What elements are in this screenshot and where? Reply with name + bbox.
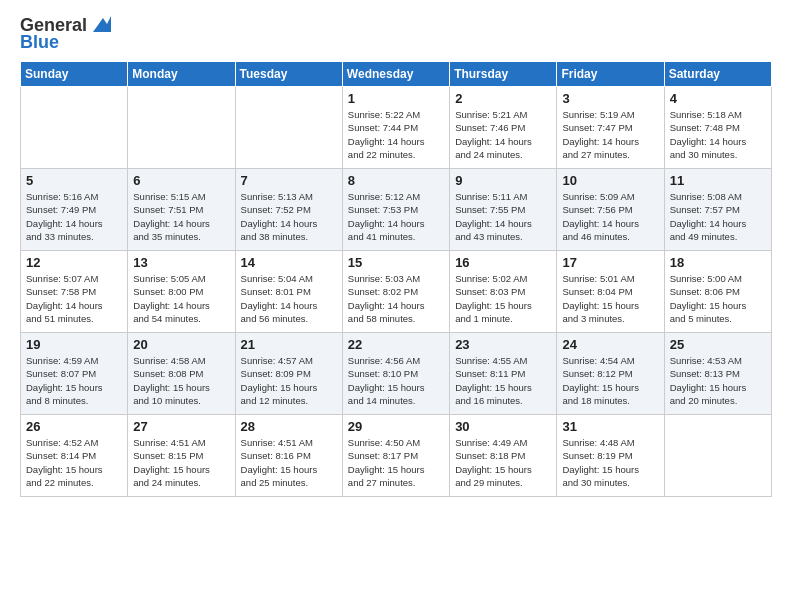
day-info: Sunrise: 5:03 AM Sunset: 8:02 PM Dayligh… xyxy=(348,272,444,325)
calendar-empty-cell xyxy=(21,87,128,169)
calendar-day-30: 30Sunrise: 4:49 AM Sunset: 8:18 PM Dayli… xyxy=(450,415,557,497)
day-number: 7 xyxy=(241,173,337,188)
day-info: Sunrise: 5:09 AM Sunset: 7:56 PM Dayligh… xyxy=(562,190,658,243)
day-info: Sunrise: 4:53 AM Sunset: 8:13 PM Dayligh… xyxy=(670,354,766,407)
calendar-day-5: 5Sunrise: 5:16 AM Sunset: 7:49 PM Daylig… xyxy=(21,169,128,251)
day-info: Sunrise: 5:00 AM Sunset: 8:06 PM Dayligh… xyxy=(670,272,766,325)
weekday-header-wednesday: Wednesday xyxy=(342,62,449,87)
day-info: Sunrise: 5:15 AM Sunset: 7:51 PM Dayligh… xyxy=(133,190,229,243)
weekday-header-sunday: Sunday xyxy=(21,62,128,87)
day-number: 13 xyxy=(133,255,229,270)
day-info: Sunrise: 5:19 AM Sunset: 7:47 PM Dayligh… xyxy=(562,108,658,161)
calendar-day-14: 14Sunrise: 5:04 AM Sunset: 8:01 PM Dayli… xyxy=(235,251,342,333)
day-number: 29 xyxy=(348,419,444,434)
calendar-day-10: 10Sunrise: 5:09 AM Sunset: 7:56 PM Dayli… xyxy=(557,169,664,251)
calendar-empty-cell xyxy=(235,87,342,169)
calendar-day-26: 26Sunrise: 4:52 AM Sunset: 8:14 PM Dayli… xyxy=(21,415,128,497)
day-info: Sunrise: 5:07 AM Sunset: 7:58 PM Dayligh… xyxy=(26,272,122,325)
weekday-header-row: SundayMondayTuesdayWednesdayThursdayFrid… xyxy=(21,62,772,87)
day-number: 22 xyxy=(348,337,444,352)
day-number: 12 xyxy=(26,255,122,270)
calendar-day-15: 15Sunrise: 5:03 AM Sunset: 8:02 PM Dayli… xyxy=(342,251,449,333)
svg-marker-0 xyxy=(93,16,111,32)
day-info: Sunrise: 5:16 AM Sunset: 7:49 PM Dayligh… xyxy=(26,190,122,243)
calendar-day-12: 12Sunrise: 5:07 AM Sunset: 7:58 PM Dayli… xyxy=(21,251,128,333)
day-number: 26 xyxy=(26,419,122,434)
calendar-week-row: 1Sunrise: 5:22 AM Sunset: 7:44 PM Daylig… xyxy=(21,87,772,169)
day-number: 20 xyxy=(133,337,229,352)
logo-blue-text: Blue xyxy=(20,32,59,53)
calendar-day-1: 1Sunrise: 5:22 AM Sunset: 7:44 PM Daylig… xyxy=(342,87,449,169)
day-info: Sunrise: 4:51 AM Sunset: 8:16 PM Dayligh… xyxy=(241,436,337,489)
weekday-header-tuesday: Tuesday xyxy=(235,62,342,87)
day-info: Sunrise: 5:21 AM Sunset: 7:46 PM Dayligh… xyxy=(455,108,551,161)
day-number: 28 xyxy=(241,419,337,434)
day-number: 6 xyxy=(133,173,229,188)
calendar-day-28: 28Sunrise: 4:51 AM Sunset: 8:16 PM Dayli… xyxy=(235,415,342,497)
calendar-day-20: 20Sunrise: 4:58 AM Sunset: 8:08 PM Dayli… xyxy=(128,333,235,415)
calendar-day-4: 4Sunrise: 5:18 AM Sunset: 7:48 PM Daylig… xyxy=(664,87,771,169)
calendar-day-25: 25Sunrise: 4:53 AM Sunset: 8:13 PM Dayli… xyxy=(664,333,771,415)
day-info: Sunrise: 4:50 AM Sunset: 8:17 PM Dayligh… xyxy=(348,436,444,489)
weekday-header-saturday: Saturday xyxy=(664,62,771,87)
day-number: 5 xyxy=(26,173,122,188)
logo: General Blue xyxy=(20,15,111,53)
day-info: Sunrise: 4:52 AM Sunset: 8:14 PM Dayligh… xyxy=(26,436,122,489)
day-info: Sunrise: 5:05 AM Sunset: 8:00 PM Dayligh… xyxy=(133,272,229,325)
day-info: Sunrise: 5:18 AM Sunset: 7:48 PM Dayligh… xyxy=(670,108,766,161)
day-number: 21 xyxy=(241,337,337,352)
day-info: Sunrise: 5:11 AM Sunset: 7:55 PM Dayligh… xyxy=(455,190,551,243)
calendar-week-row: 5Sunrise: 5:16 AM Sunset: 7:49 PM Daylig… xyxy=(21,169,772,251)
day-number: 8 xyxy=(348,173,444,188)
day-number: 16 xyxy=(455,255,551,270)
day-info: Sunrise: 5:02 AM Sunset: 8:03 PM Dayligh… xyxy=(455,272,551,325)
day-info: Sunrise: 5:22 AM Sunset: 7:44 PM Dayligh… xyxy=(348,108,444,161)
calendar-day-22: 22Sunrise: 4:56 AM Sunset: 8:10 PM Dayli… xyxy=(342,333,449,415)
day-number: 4 xyxy=(670,91,766,106)
calendar-day-8: 8Sunrise: 5:12 AM Sunset: 7:53 PM Daylig… xyxy=(342,169,449,251)
day-number: 3 xyxy=(562,91,658,106)
day-number: 31 xyxy=(562,419,658,434)
day-info: Sunrise: 4:59 AM Sunset: 8:07 PM Dayligh… xyxy=(26,354,122,407)
day-number: 15 xyxy=(348,255,444,270)
calendar-day-7: 7Sunrise: 5:13 AM Sunset: 7:52 PM Daylig… xyxy=(235,169,342,251)
calendar-day-27: 27Sunrise: 4:51 AM Sunset: 8:15 PM Dayli… xyxy=(128,415,235,497)
day-info: Sunrise: 4:54 AM Sunset: 8:12 PM Dayligh… xyxy=(562,354,658,407)
day-info: Sunrise: 4:57 AM Sunset: 8:09 PM Dayligh… xyxy=(241,354,337,407)
calendar-day-23: 23Sunrise: 4:55 AM Sunset: 8:11 PM Dayli… xyxy=(450,333,557,415)
day-number: 23 xyxy=(455,337,551,352)
calendar-day-6: 6Sunrise: 5:15 AM Sunset: 7:51 PM Daylig… xyxy=(128,169,235,251)
weekday-header-friday: Friday xyxy=(557,62,664,87)
calendar-day-24: 24Sunrise: 4:54 AM Sunset: 8:12 PM Dayli… xyxy=(557,333,664,415)
day-info: Sunrise: 5:08 AM Sunset: 7:57 PM Dayligh… xyxy=(670,190,766,243)
calendar-day-3: 3Sunrise: 5:19 AM Sunset: 7:47 PM Daylig… xyxy=(557,87,664,169)
logo-bird-icon xyxy=(89,14,111,34)
day-info: Sunrise: 5:13 AM Sunset: 7:52 PM Dayligh… xyxy=(241,190,337,243)
calendar-day-11: 11Sunrise: 5:08 AM Sunset: 7:57 PM Dayli… xyxy=(664,169,771,251)
day-info: Sunrise: 4:56 AM Sunset: 8:10 PM Dayligh… xyxy=(348,354,444,407)
calendar-empty-cell xyxy=(664,415,771,497)
day-number: 9 xyxy=(455,173,551,188)
day-info: Sunrise: 4:51 AM Sunset: 8:15 PM Dayligh… xyxy=(133,436,229,489)
calendar-day-17: 17Sunrise: 5:01 AM Sunset: 8:04 PM Dayli… xyxy=(557,251,664,333)
day-number: 27 xyxy=(133,419,229,434)
day-number: 25 xyxy=(670,337,766,352)
weekday-header-thursday: Thursday xyxy=(450,62,557,87)
calendar-day-13: 13Sunrise: 5:05 AM Sunset: 8:00 PM Dayli… xyxy=(128,251,235,333)
day-number: 10 xyxy=(562,173,658,188)
day-info: Sunrise: 4:58 AM Sunset: 8:08 PM Dayligh… xyxy=(133,354,229,407)
calendar-day-16: 16Sunrise: 5:02 AM Sunset: 8:03 PM Dayli… xyxy=(450,251,557,333)
day-number: 1 xyxy=(348,91,444,106)
calendar-day-21: 21Sunrise: 4:57 AM Sunset: 8:09 PM Dayli… xyxy=(235,333,342,415)
calendar-week-row: 26Sunrise: 4:52 AM Sunset: 8:14 PM Dayli… xyxy=(21,415,772,497)
calendar-day-2: 2Sunrise: 5:21 AM Sunset: 7:46 PM Daylig… xyxy=(450,87,557,169)
calendar-week-row: 19Sunrise: 4:59 AM Sunset: 8:07 PM Dayli… xyxy=(21,333,772,415)
header: General Blue xyxy=(20,15,772,53)
day-info: Sunrise: 4:55 AM Sunset: 8:11 PM Dayligh… xyxy=(455,354,551,407)
day-info: Sunrise: 5:04 AM Sunset: 8:01 PM Dayligh… xyxy=(241,272,337,325)
calendar-day-18: 18Sunrise: 5:00 AM Sunset: 8:06 PM Dayli… xyxy=(664,251,771,333)
day-number: 14 xyxy=(241,255,337,270)
day-number: 11 xyxy=(670,173,766,188)
page-container: General Blue SundayMondayTuesdayWednesda… xyxy=(0,0,792,507)
calendar-day-19: 19Sunrise: 4:59 AM Sunset: 8:07 PM Dayli… xyxy=(21,333,128,415)
